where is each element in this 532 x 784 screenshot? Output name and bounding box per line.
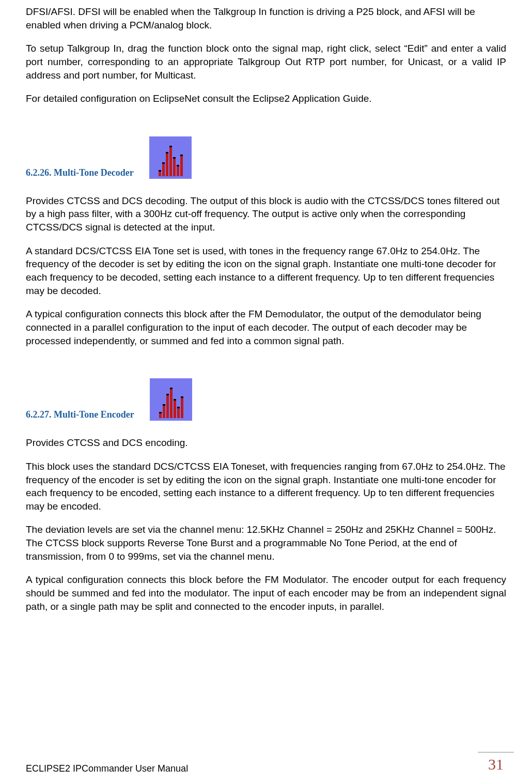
- page-footer: ECLIPSE2 IPCommander User Manual 31: [26, 752, 514, 775]
- svg-rect-18: [166, 394, 169, 418]
- decoder-paragraph-1: Provides CTCSS and DCS decoding. The out…: [26, 194, 506, 234]
- svg-rect-6: [177, 165, 179, 176]
- svg-rect-4: [169, 146, 172, 176]
- page-number-wrap: 31: [478, 752, 514, 775]
- svg-rect-10: [166, 152, 168, 153]
- decoder-paragraph-2: A standard DCS/CTCSS EIA Tone set is use…: [26, 244, 506, 298]
- svg-rect-20: [174, 399, 176, 418]
- svg-rect-7: [180, 155, 183, 176]
- svg-rect-14: [180, 155, 183, 156]
- decoder-paragraph-3: A typical configuration connects this bl…: [26, 308, 506, 347]
- section-heading-encoder: 6.2.27. Multi-Tone Encoder: [26, 378, 506, 421]
- svg-rect-27: [174, 399, 176, 401]
- page-number-divider: [478, 752, 514, 752]
- encoder-paragraph-3: The deviation levels are set via the cha…: [26, 523, 506, 563]
- footer-title: ECLIPSE2 IPCommander User Manual: [26, 762, 188, 775]
- svg-rect-26: [170, 388, 173, 389]
- svg-rect-8: [159, 170, 161, 172]
- svg-rect-9: [162, 162, 165, 164]
- encoder-paragraph-2: This block uses the standard DCS/CTCSS E…: [26, 460, 506, 513]
- section-heading-decoder: 6.2.26. Multi-Tone Decoder: [26, 136, 506, 179]
- multi-tone-icon: [150, 378, 192, 421]
- page-content: DFSI/AFSI. DFSI will be enabled when the…: [26, 0, 506, 613]
- intro-paragraph-1: DFSI/AFSI. DFSI will be enabled when the…: [26, 5, 506, 32]
- svg-rect-3: [166, 152, 168, 176]
- svg-rect-17: [163, 404, 165, 418]
- intro-paragraph-3: For detailed configuration on EclipseNet…: [26, 92, 506, 105]
- svg-rect-24: [163, 404, 165, 406]
- svg-rect-22: [181, 396, 183, 418]
- svg-rect-23: [159, 412, 162, 413]
- heading-text-decoder: 6.2.26. Multi-Tone Decoder: [26, 166, 134, 179]
- svg-rect-2: [162, 162, 165, 176]
- svg-rect-25: [166, 394, 169, 395]
- intro-paragraph-2: To setup Talkgroup In, drag the function…: [26, 42, 506, 82]
- svg-rect-11: [169, 146, 172, 147]
- svg-rect-29: [181, 396, 183, 398]
- svg-rect-12: [173, 157, 176, 159]
- encoder-paragraph-1: Provides CTCSS and DCS encoding.: [26, 436, 506, 450]
- encoder-paragraph-4: A typical configuration connects this bl…: [26, 573, 506, 613]
- svg-rect-19: [170, 388, 173, 418]
- heading-text-encoder: 6.2.27. Multi-Tone Encoder: [26, 408, 134, 421]
- svg-rect-21: [177, 407, 180, 418]
- multi-tone-icon: [149, 136, 192, 179]
- page-number: 31: [488, 754, 504, 775]
- svg-rect-13: [177, 165, 179, 166]
- svg-rect-28: [177, 407, 180, 408]
- svg-rect-5: [173, 157, 176, 176]
